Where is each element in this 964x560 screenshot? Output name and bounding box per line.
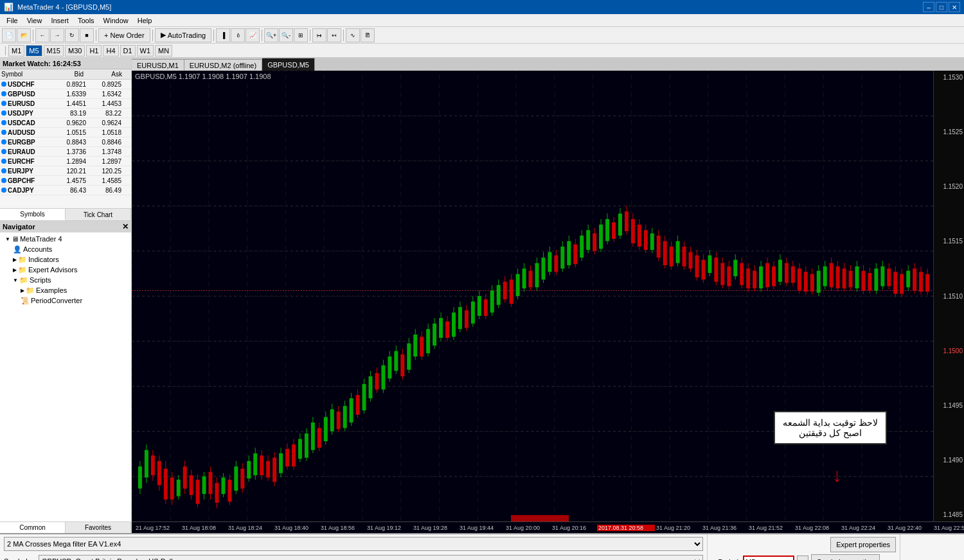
list-item[interactable]: EURGBP0.88430.8846 bbox=[0, 137, 131, 147]
back-button[interactable]: ← bbox=[35, 28, 49, 42]
expert-properties-button[interactable]: Expert properties bbox=[830, 537, 896, 552]
chart-tab-eurusd-m1[interactable]: EURUSD,M1 bbox=[132, 59, 184, 71]
stop-button[interactable]: ■ bbox=[80, 28, 94, 42]
tab-tick-chart[interactable]: Tick Chart bbox=[66, 209, 131, 220]
minimize-button[interactable]: – bbox=[923, 2, 934, 12]
zoom-out-button[interactable]: 🔍- bbox=[279, 28, 293, 42]
tf-h1[interactable]: H1 bbox=[86, 45, 102, 57]
folder-icon: 📁 bbox=[26, 286, 35, 295]
annotation-line1: لاحظ توقيت بداية الشمعه bbox=[783, 417, 878, 428]
list-item[interactable]: USDCAD0.96200.9624 bbox=[0, 118, 131, 128]
time-highlight bbox=[511, 515, 569, 521]
nav-item-label: Scripts bbox=[30, 276, 51, 284]
chart-type-candle[interactable]: 🕯 bbox=[231, 28, 245, 42]
nav-item-scripts[interactable]: ▼ 📁 Scripts bbox=[0, 275, 131, 285]
forward-button[interactable]: → bbox=[50, 28, 64, 42]
chart-tab-eurusd-m2[interactable]: EURUSD,M2 (offline) bbox=[184, 59, 262, 71]
symbol-select[interactable]: GBPUSD, Great Britain Pound vs US Dollar bbox=[39, 555, 703, 560]
list-item[interactable]: CADJPY86.4386.49 bbox=[0, 186, 131, 195]
expand-icon: ▶ bbox=[13, 257, 17, 263]
nav-item-label: Expert Advisors bbox=[28, 266, 77, 274]
list-item[interactable]: EURUSD1.44511.4453 bbox=[0, 99, 131, 109]
col-bid: Bid bbox=[46, 71, 85, 78]
tf-mn[interactable]: MN bbox=[155, 45, 172, 57]
tf-m5[interactable]: M5 bbox=[26, 45, 42, 57]
chart-type-line[interactable]: 📈 bbox=[245, 28, 260, 42]
chart-svg bbox=[132, 71, 938, 521]
navigator-bottom-tabs: Common Favorites bbox=[0, 521, 131, 533]
menu-window[interactable]: Window bbox=[100, 16, 132, 25]
nav-item-accounts[interactable]: 👤 Accounts bbox=[0, 244, 131, 254]
window-title: MetaTrader 4 - [GBPUSD,M5] bbox=[17, 3, 111, 11]
tf-m15[interactable]: M15 bbox=[44, 45, 64, 57]
period-input[interactable] bbox=[743, 556, 794, 560]
market-watch-tabs: Symbols Tick Chart bbox=[0, 208, 131, 220]
nav-item-label: Accounts bbox=[23, 245, 52, 253]
navigator-close-button[interactable]: ✕ bbox=[122, 222, 129, 231]
scroll-end-button[interactable]: ↦ bbox=[312, 28, 326, 42]
bottom-section: 2 MA Crosses Mega filter EA V1.ex4 Symbo… bbox=[0, 533, 964, 560]
tf-m30[interactable]: M30 bbox=[65, 45, 85, 57]
menu-file[interactable]: File bbox=[3, 16, 22, 25]
expand-icon: ▼ bbox=[13, 277, 18, 283]
list-item[interactable]: USDCHF0.89210.8925 bbox=[0, 80, 131, 89]
menu-insert[interactable]: Insert bbox=[47, 16, 73, 25]
new-button[interactable]: 📄 bbox=[2, 28, 16, 42]
tab-symbols[interactable]: Symbols bbox=[0, 209, 66, 220]
chart-type-bar[interactable]: ▐ bbox=[216, 28, 230, 42]
indicators-button[interactable]: ∿ bbox=[346, 28, 360, 42]
folder-icon: 📁 bbox=[18, 256, 27, 264]
nav-tab-favorites[interactable]: Favorites bbox=[66, 522, 131, 533]
list-item[interactable]: EURCHF1.28941.2897 bbox=[0, 157, 131, 166]
nav-item-indicators[interactable]: ▶ 📁 Indicators bbox=[0, 254, 131, 265]
menu-help[interactable]: Help bbox=[134, 16, 156, 25]
navigator-header: Navigator ✕ bbox=[0, 221, 131, 232]
nav-item-label: PeriodConverter bbox=[31, 297, 82, 304]
x-axis: 21 Aug 17:52 31 Aug 18:08 31 Aug 18:24 3… bbox=[132, 521, 964, 533]
navigator-panel: Navigator ✕ ▼ 🖥 MetaTrader 4 👤 Accounts … bbox=[0, 220, 131, 533]
list-item[interactable]: USDJPY83.1983.22 bbox=[0, 109, 131, 118]
annotation-box: لاحظ توقيت بداية الشمعه اصبح كل دقيقتين bbox=[774, 411, 887, 444]
nav-item-metatrader4[interactable]: ▼ 🖥 MetaTrader 4 bbox=[0, 234, 131, 244]
period-dropdown-button[interactable]: ▼ bbox=[797, 556, 808, 560]
symbol-properties-button[interactable]: Symbol properties bbox=[811, 554, 880, 560]
left-panel: Market Watch: 16:24:53 Symbol Bid Ask US… bbox=[0, 58, 132, 533]
tpl-button[interactable]: 🖹 bbox=[361, 28, 375, 42]
nav-item-expert-advisors[interactable]: ▶ 📁 Expert Advisors bbox=[0, 265, 131, 275]
chart-container: EURUSD,M1 EURUSD,M2 (offline) GBPUSD,M5 … bbox=[132, 58, 964, 533]
tf-w1[interactable]: W1 bbox=[137, 45, 154, 57]
autotrading-icon: ▶ bbox=[161, 31, 166, 39]
auto-scroll-button[interactable]: ↤ bbox=[327, 28, 341, 42]
market-watch-rows: USDCHF0.89210.8925 GBPUSD1.63391.6342 EU… bbox=[0, 80, 131, 208]
refresh-button[interactable]: ↻ bbox=[65, 28, 79, 42]
zoom-in-button[interactable]: 🔍+ bbox=[264, 28, 278, 42]
tf-m1[interactable]: M1 bbox=[8, 45, 24, 57]
menu-tools[interactable]: Tools bbox=[74, 16, 98, 25]
tf-h4[interactable]: H4 bbox=[103, 45, 118, 57]
tf-d1[interactable]: D1 bbox=[120, 45, 136, 57]
grid-button[interactable]: ⊞ bbox=[294, 28, 308, 42]
list-item[interactable]: EURAUD1.37361.3748 bbox=[0, 147, 131, 157]
chart-main[interactable]: GBPUSD,M5 1.1907 1.1908 1.1907 1.1908 bbox=[132, 71, 964, 521]
open-button[interactable]: 📂 bbox=[17, 28, 31, 42]
nav-item-examples[interactable]: ▶ 📁 Examples bbox=[0, 285, 131, 295]
list-item[interactable]: GBPUSD1.63391.6342 bbox=[0, 89, 131, 99]
script-icon: 📜 bbox=[21, 297, 30, 305]
chart-tab-gbpusd-m5[interactable]: GBPUSD,M5 bbox=[262, 58, 315, 71]
main-area: Market Watch: 16:24:53 Symbol Bid Ask US… bbox=[0, 58, 964, 533]
list-item[interactable]: GBPCHF1.45751.4585 bbox=[0, 176, 131, 186]
autotrading-button[interactable]: ▶ AutoTrading bbox=[155, 28, 212, 42]
annotation-arrow: ↓ bbox=[832, 464, 842, 486]
expert-advisor-select[interactable]: 2 MA Crosses Mega filter EA V1.ex4 bbox=[4, 537, 703, 551]
nav-item-period-converter[interactable]: 📜 PeriodConverter bbox=[0, 295, 131, 306]
new-order-button[interactable]: + New Order bbox=[98, 28, 150, 42]
nav-tab-common[interactable]: Common bbox=[0, 522, 66, 533]
col-ask: Ask bbox=[85, 71, 123, 78]
restore-button[interactable]: □ bbox=[936, 2, 947, 12]
close-button[interactable]: ✕ bbox=[949, 2, 960, 12]
chart-canvas bbox=[132, 71, 938, 521]
list-item[interactable]: AUDUSD1.05151.0518 bbox=[0, 128, 131, 137]
menu-view[interactable]: View bbox=[23, 16, 46, 25]
list-item[interactable]: EURJPY120.21120.25 bbox=[0, 166, 131, 176]
market-watch-header: Market Watch: 16:24:53 bbox=[0, 58, 131, 69]
